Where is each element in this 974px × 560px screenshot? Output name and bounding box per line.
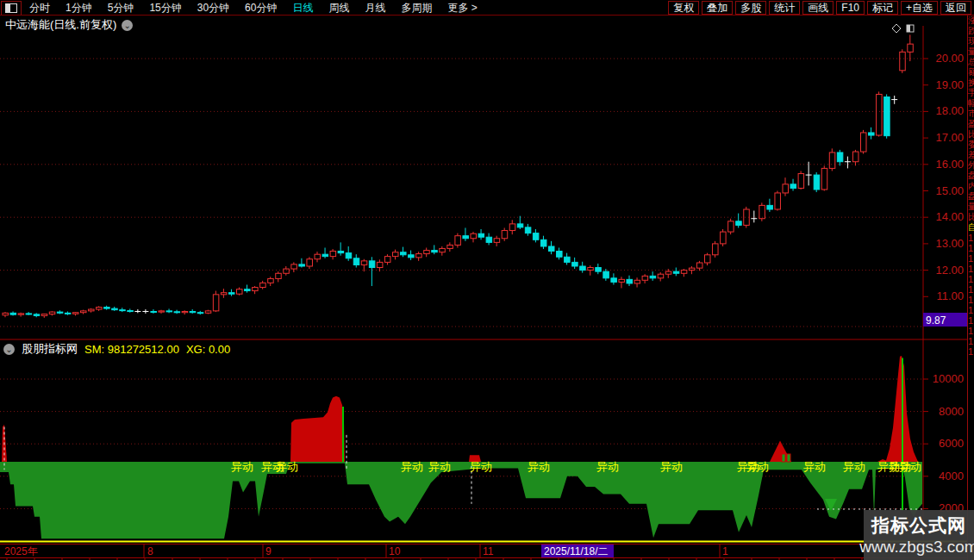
- watermark-title: 指标公式网: [871, 513, 966, 538]
- clipped-text: 量: [968, 202, 974, 212]
- clipped-text: 手: [968, 88, 974, 98]
- candle: [502, 227, 508, 240]
- candlestick-chart[interactable]: [0, 24, 922, 327]
- candle: [81, 310, 87, 314]
- candle: [565, 253, 571, 265]
- candle: [627, 276, 633, 286]
- candle: [821, 165, 827, 190]
- candle: [596, 264, 602, 274]
- clipped-text: 1: [968, 295, 974, 305]
- clipped-text: 幅: [968, 98, 974, 109]
- candle: [97, 306, 103, 311]
- candle: [681, 269, 687, 277]
- candle: [245, 284, 251, 292]
- candle: [237, 288, 243, 296]
- clipped-text: 1: [968, 284, 974, 295]
- candle: [291, 262, 297, 272]
- candle: [759, 202, 765, 221]
- candle: [549, 241, 555, 254]
- candle: [41, 314, 47, 318]
- date-label: 9: [265, 545, 272, 557]
- candle: [57, 310, 63, 314]
- candle: [611, 273, 617, 284]
- candle: [213, 291, 219, 313]
- clipped-side-panel: 涨跌现量总额换手幅市盈比委差外盘内盘量比自111111111111: [967, 16, 974, 560]
- chart-canvas[interactable]: 20.0019.0018.0017.0016.0015.0014.0013.00…: [0, 0, 974, 560]
- candle: [861, 130, 867, 154]
- candle: [197, 311, 203, 314]
- candle: [393, 250, 399, 260]
- date-axis: 2025年89101112025/11/18/二: [0, 542, 967, 560]
- clipped-text: 差: [968, 150, 974, 160]
- candle: [557, 248, 563, 260]
- price-axis: 20.0019.0018.0017.0016.0015.0014.0013.00…: [923, 26, 967, 543]
- candle: [205, 310, 211, 314]
- signal-label: 异动: [746, 460, 769, 473]
- candle: [525, 224, 531, 236]
- clipped-text: 1: [968, 264, 974, 274]
- candle: [174, 310, 180, 314]
- candle: [634, 277, 640, 287]
- red-spike: [290, 396, 345, 462]
- candle: [65, 311, 71, 314]
- candle: [852, 150, 858, 165]
- candle: [401, 247, 407, 258]
- candle: [775, 191, 781, 211]
- price-tick-label: 16.00: [935, 158, 964, 171]
- candle: [166, 308, 172, 313]
- candle: [346, 246, 352, 261]
- indicator-tick-label: 10000: [933, 372, 964, 385]
- candle: [751, 211, 757, 223]
- clipped-text: 比: [968, 129, 974, 140]
- clipped-text: 现: [968, 36, 974, 47]
- clipped-text: 跌: [968, 26, 974, 36]
- price-tick-label: 11.00: [936, 289, 964, 302]
- clipped-text: 1: [968, 305, 974, 315]
- candle: [369, 257, 375, 286]
- candle: [159, 310, 165, 314]
- window-marker-icon: [907, 25, 914, 32]
- candle: [190, 309, 196, 314]
- candle: [26, 312, 32, 315]
- signal-label: 异动: [428, 460, 451, 473]
- indicator-chart[interactable]: 100008000600040002000异动异动异动异动异动异动异动异动异动异…: [0, 356, 964, 538]
- candle: [705, 253, 711, 265]
- candle: [884, 94, 890, 138]
- trading-app-window: 分时1分钟5分钟15分钟30分钟60分钟日线周线月线多周期更多 > 复权叠加多股…: [0, 0, 974, 560]
- date-label: 2025年: [4, 545, 38, 557]
- candle: [18, 313, 24, 317]
- candle: [471, 232, 477, 242]
- candle: [900, 49, 906, 73]
- candle: [517, 216, 523, 229]
- clipped-text: 1: [968, 346, 974, 357]
- signal-label: 异动: [596, 460, 619, 473]
- candle: [89, 308, 95, 313]
- candle: [790, 179, 796, 191]
- clipped-text: 委: [968, 140, 974, 150]
- clipped-text: 1: [968, 274, 974, 284]
- candle: [120, 308, 126, 312]
- signal-label: 异动: [401, 460, 423, 473]
- candle: [307, 257, 313, 269]
- candle: [455, 233, 461, 248]
- candle: [440, 246, 446, 256]
- candle: [112, 307, 118, 311]
- candle: [588, 265, 594, 276]
- clipped-text: 1: [968, 233, 974, 243]
- clipped-text: 1: [968, 315, 974, 326]
- signal-bar: [782, 454, 785, 462]
- diamond-marker-icon: [892, 24, 901, 33]
- signal-label: 异动: [470, 460, 492, 473]
- candle: [650, 271, 656, 281]
- price-tick-label: 20.00: [935, 52, 964, 65]
- candle: [151, 309, 157, 314]
- candle: [221, 289, 227, 298]
- candle: [409, 251, 415, 260]
- date-label: 10: [389, 545, 401, 557]
- price-tick-label: 12.00: [935, 264, 964, 277]
- signal-label: 异动: [528, 460, 550, 473]
- candle: [34, 313, 40, 317]
- price-tick-label: 17.00: [935, 131, 964, 144]
- candle: [603, 269, 609, 281]
- candle: [228, 289, 234, 296]
